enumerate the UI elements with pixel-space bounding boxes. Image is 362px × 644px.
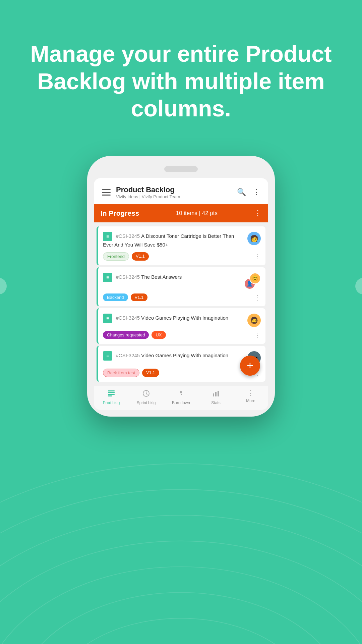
card-type-icon: ≡ xyxy=(103,314,112,323)
tag-v11: V1.1 xyxy=(142,369,159,377)
svg-point-5 xyxy=(0,489,362,644)
card-more-button[interactable]: ⋮ xyxy=(254,252,261,260)
hero-section: Manage your entire Product Backlog with … xyxy=(0,0,362,143)
avatar-stack: 😊 👤 xyxy=(244,273,261,289)
search-button[interactable]: 🔍 xyxy=(237,188,246,197)
nav-burndown[interactable]: Burndown xyxy=(164,389,198,405)
avatar: 🧔 xyxy=(247,314,261,327)
card-type-icon: ≡ xyxy=(103,351,112,361)
card-title-block: ≡ #CSI-3245 Video Games Playing With Ima… xyxy=(103,314,247,323)
burndown-icon xyxy=(177,389,185,399)
nav-burndown-label: Burndown xyxy=(172,400,190,405)
card-header: ≡ #CSI-3245 A Discount Toner Cartridge I… xyxy=(103,232,261,248)
svg-rect-10 xyxy=(108,395,112,396)
column-more-button[interactable]: ⋮ xyxy=(254,209,261,218)
svg-rect-7 xyxy=(108,390,115,391)
card-title-block: ≡ #CSI-3245 Video Games Playing With Ima… xyxy=(103,351,247,361)
card-id: #CSI-3245 xyxy=(116,315,141,321)
tag-v11: V1.1 xyxy=(131,293,148,301)
phone-body: Product Backlog Vivify Ideas | Vivify Pr… xyxy=(87,156,275,417)
card-id: #CSI-3245 xyxy=(116,233,141,239)
svg-rect-9 xyxy=(108,394,115,395)
nav-more-label: More xyxy=(246,398,255,403)
card-title: Video Games Playing With Imagination xyxy=(141,353,228,358)
card-type-icon: ≡ xyxy=(103,232,112,241)
app-bar-actions: 🔍 ⋮ xyxy=(237,188,260,197)
app-bar-left: Product Backlog Vivify Ideas | Vivify Pr… xyxy=(102,185,180,199)
nav-more[interactable]: ⋮ More xyxy=(233,389,268,405)
tag-changes-requested: Changes requested xyxy=(103,331,149,339)
card-footer: Changes requested UX ⋮ xyxy=(103,331,261,339)
svg-point-1 xyxy=(0,541,362,644)
table-row[interactable]: ≡ #CSI-3245 Video Games Playing With Ima… xyxy=(97,308,265,344)
svg-rect-8 xyxy=(108,392,115,393)
card-title: Video Games Playing With Imagination xyxy=(141,315,228,321)
svg-point-3 xyxy=(13,592,349,644)
hamburger-menu-button[interactable] xyxy=(102,189,111,196)
card-tags: Back from test V1.1 xyxy=(103,369,159,377)
app-title: Product Backlog xyxy=(116,185,180,194)
plus-icon: + xyxy=(247,359,253,372)
card-type-icon: ≡ xyxy=(103,273,112,282)
nav-stats[interactable]: Stats xyxy=(198,389,233,405)
card-tags: Frontend V1.1 xyxy=(103,252,149,261)
arrow-left-button[interactable]: ‹ xyxy=(0,278,7,294)
svg-rect-14 xyxy=(218,391,219,396)
table-row[interactable]: ≡ #CSI-3245 The Best Answers 😊 👤 Backend xyxy=(97,267,265,306)
app-bar: Product Backlog Vivify Ideas | Vivify Pr… xyxy=(94,178,268,204)
column-header: In Progress 10 items | 42 pts ⋮ xyxy=(94,204,268,222)
phone-screen: Product Backlog Vivify Ideas | Vivify Pr… xyxy=(94,178,268,410)
card-footer: Backend V1.1 ⋮ xyxy=(103,293,261,302)
nav-stats-label: Stats xyxy=(211,400,220,405)
tag-backend: Backend xyxy=(103,293,128,301)
nav-sprint-bklg[interactable]: Sprint bklg xyxy=(129,389,164,405)
card-more-button[interactable]: ⋮ xyxy=(254,331,261,339)
nav-prod-bklg-label: Prod bklg xyxy=(103,400,120,405)
card-header: ≡ #CSI-3245 Video Games Playing With Ima… xyxy=(103,351,261,365)
phone-notch xyxy=(164,166,198,172)
hamburger-line xyxy=(102,192,111,193)
hamburger-line xyxy=(102,195,111,196)
svg-point-0 xyxy=(0,515,362,644)
card-id: #CSI-3245 xyxy=(116,274,141,280)
tag-back-from-test: Back from test xyxy=(103,369,139,377)
avatar: 😊 xyxy=(249,273,261,284)
arrow-right-button[interactable]: › xyxy=(355,278,362,294)
sprint-bklg-icon xyxy=(142,389,150,399)
hero-title: Manage your entire Product Backlog with … xyxy=(27,40,335,122)
card-header: ≡ #CSI-3245 Video Games Playing With Ima… xyxy=(103,314,261,327)
card-footer: Frontend V1.1 ⋮ xyxy=(103,252,261,261)
card-id: #CSI-3245 xyxy=(116,353,141,358)
table-row[interactable]: ≡ #CSI-3245 A Discount Toner Cartridge I… xyxy=(97,226,265,265)
card-title-block: ≡ #CSI-3245 A Discount Toner Cartridge I… xyxy=(103,232,247,248)
tag-frontend: Frontend xyxy=(103,252,129,261)
card-tags: Changes requested UX xyxy=(103,331,166,339)
stats-icon xyxy=(212,389,220,399)
bottom-navigation: Prod bklg Sprint bklg xyxy=(94,386,268,410)
add-item-fab[interactable]: + xyxy=(240,356,260,376)
more-options-button[interactable]: ⋮ xyxy=(253,188,260,197)
column-title: In Progress xyxy=(101,209,139,217)
column-meta: 10 items | 42 pts xyxy=(176,210,218,217)
tag-v11: V1.1 xyxy=(132,252,149,261)
svg-rect-12 xyxy=(213,393,214,396)
avatar: 🧑 xyxy=(247,232,261,245)
svg-point-4 xyxy=(47,618,315,644)
app-subtitle: Vivify Ideas | Vivify Product Team xyxy=(116,194,180,199)
card-header: ≡ #CSI-3245 The Best Answers 😊 👤 xyxy=(103,273,261,289)
card-title: The Best Answers xyxy=(141,274,182,280)
prod-bklg-icon xyxy=(107,389,115,399)
tag-ux: UX xyxy=(152,331,166,339)
card-footer: Back from test V1.1 ⋮ xyxy=(103,369,261,377)
app-title-block: Product Backlog Vivify Ideas | Vivify Pr… xyxy=(116,185,180,199)
card-title-block: ≡ #CSI-3245 The Best Answers xyxy=(103,273,244,282)
card-more-button[interactable]: ⋮ xyxy=(254,293,261,302)
svg-rect-13 xyxy=(215,392,217,396)
more-icon: ⋮ xyxy=(247,389,254,397)
phone-mockup: ‹ Product Backlog Vivify Ideas | Vivify … xyxy=(0,156,362,417)
nav-sprint-bklg-label: Sprint bklg xyxy=(137,400,156,405)
nav-prod-bklg[interactable]: Prod bklg xyxy=(94,389,129,405)
card-tags: Backend V1.1 xyxy=(103,293,147,301)
svg-point-6 xyxy=(0,464,362,644)
svg-point-2 xyxy=(0,567,362,644)
